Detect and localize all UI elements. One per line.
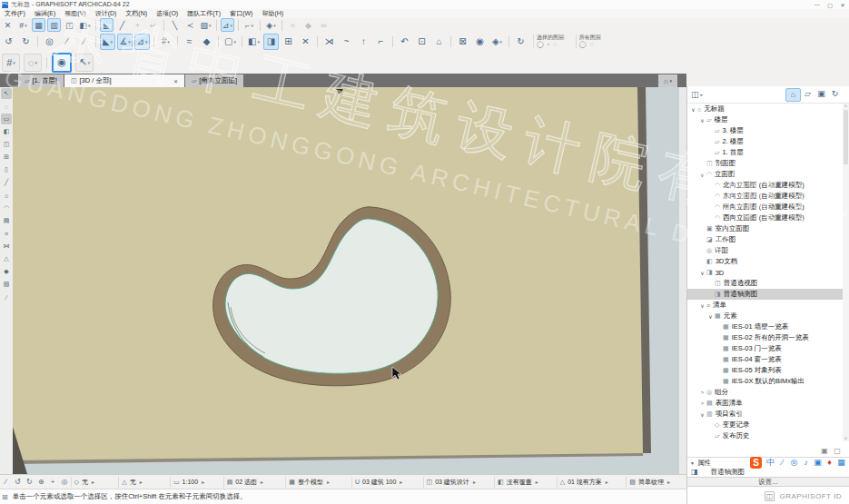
pane-icon[interactable]: ◫ <box>765 491 775 501</box>
syringe-icon[interactable]: ∕ <box>76 34 92 50</box>
tree-item-details[interactable]: ◎详图 <box>687 245 844 256</box>
canvas-vscrollbar[interactable] <box>679 87 686 474</box>
menu-help[interactable]: 帮助(H) <box>257 9 288 18</box>
scroll-thumb[interactable] <box>844 110 848 164</box>
reference-pick-icon[interactable]: ◆ <box>199 34 214 50</box>
tab-south-elevation[interactable]: ▱ [南向立面图] <box>185 74 243 87</box>
tree-item-story-3[interactable]: ▱3. 楼层 <box>687 125 844 136</box>
line-tool-icon[interactable]: ∕ <box>1 292 12 302</box>
mesh-tool-icon[interactable]: △ <box>1 253 12 264</box>
quick-option-zoom[interactable]: ◇无 <box>71 477 119 488</box>
guide-lines-icon[interactable]: ◣ <box>100 18 114 32</box>
ime-toolbox-icon[interactable]: ▦ <box>835 457 847 468</box>
intersect-icon[interactable]: ⌐ <box>373 34 389 50</box>
unlock-layer-icon[interactable]: ▫ <box>548 41 549 48</box>
menu-view[interactable]: 视图(V) <box>60 9 90 18</box>
new-pane-icon[interactable]: ▢ <box>831 445 844 456</box>
tree-item-root[interactable]: ∨⌂无标题 <box>687 104 844 114</box>
tree-item-schedule-windows[interactable]: ▦IES-04 窗一览表 <box>687 354 844 365</box>
snap-reference-icon[interactable]: ▨ <box>199 18 212 32</box>
menu-document[interactable]: 文档(N) <box>121 9 152 18</box>
tree-item-sections[interactable]: ◫剖面图 <box>687 158 844 169</box>
show-all-layers-icon[interactable]: ◌ <box>590 41 594 48</box>
wall-tool-icon[interactable]: ▭ <box>1 114 12 124</box>
snap-guides-icon[interactable]: ╱ <box>115 18 129 32</box>
cursor-snap-icon[interactable]: ⊿ <box>221 18 234 32</box>
snap-angle-icon[interactable]: ≺ <box>183 18 197 32</box>
ime-emoji-icon[interactable]: ◎ <box>788 457 800 468</box>
menu-options[interactable]: 选项(O) <box>152 9 183 18</box>
menu-design[interactable]: 设计(D) <box>91 9 122 18</box>
view-map-icon[interactable]: ▱ <box>801 88 814 100</box>
undo-icon[interactable]: ↺ <box>1 34 16 50</box>
relative-construction-icon[interactable]: ⌐ <box>242 18 256 32</box>
scroll-up-icon[interactable]: ˄ <box>843 104 849 109</box>
railing-tool-icon[interactable]: ⋈ <box>1 241 12 252</box>
ime-skin-icon[interactable]: ♦ <box>824 457 835 468</box>
quick-option-graphic-override[interactable]: ◧没有覆盖 <box>494 477 557 488</box>
tree-item-elev-east[interactable]: ◠东向立面图 (自动重建模型) <box>687 191 844 202</box>
tree-item-change-log[interactable]: ◇变更记录 <box>687 420 844 430</box>
close-button[interactable]: ✕ <box>836 2 849 8</box>
maximize-button[interactable]: ▢ <box>824 2 836 8</box>
door-tool-icon[interactable]: ◧ <box>1 126 12 137</box>
erase-icon[interactable]: ✕ <box>298 34 313 50</box>
reference-icon[interactable]: ◆ <box>301 18 315 32</box>
marquee-tool-icon[interactable]: ◌ <box>1 101 12 112</box>
quick-option-scale[interactable]: ▭1:100 <box>170 477 223 488</box>
publisher-icon[interactable]: ↻ <box>828 88 842 100</box>
tree-item-perspective[interactable]: ◫普通透视图 <box>687 278 844 289</box>
tree-item-elements[interactable]: ∨▦元素 <box>687 311 844 321</box>
suspend-groups-icon[interactable]: ▦ <box>32 18 45 32</box>
menu-window[interactable]: 窗口(W) <box>225 9 257 18</box>
tree-item-elev-south[interactable]: ◠南向立面图 (自动重建模型) <box>687 202 844 212</box>
tree-item-components[interactable]: >◎组分 <box>687 387 844 398</box>
sogou-logo-icon[interactable]: S <box>750 457 762 469</box>
ime-mode-icon[interactable]: 中 <box>765 457 776 468</box>
tree-item-story-1[interactable]: ▱1. 首层 <box>687 147 844 158</box>
home-story-icon[interactable]: ⌂ <box>431 34 447 50</box>
raise-icon[interactable]: ↑ <box>356 34 371 50</box>
project-chooser-icon[interactable]: ◫ <box>691 90 699 99</box>
curtain-wall-tool-icon[interactable]: ▤ <box>1 215 12 226</box>
zoom-in-icon[interactable]: ⊕ <box>35 477 47 488</box>
navigator-home-icon[interactable]: ⌂ <box>658 74 677 87</box>
column-tool-icon[interactable]: ⊞ <box>1 152 12 163</box>
pen-icon[interactable]: ∕ <box>0 477 12 488</box>
selection-options-icon[interactable]: ◈ <box>489 34 505 50</box>
beam-tool-icon[interactable]: ▯ <box>1 164 12 175</box>
tree-item-publish-history[interactable]: ▱发布历史 <box>687 430 844 441</box>
measure-icon[interactable]: ⊿ <box>134 34 150 50</box>
split-icon[interactable]: ⋊ <box>321 34 337 50</box>
quick-option-model-view[interactable]: U03 建筑 100 <box>351 477 423 488</box>
tree-scrollbar[interactable]: ˄ ˅ <box>843 104 849 441</box>
element-snap-icon[interactable]: ◈ <box>264 18 278 32</box>
tree-item-schedule-openings[interactable]: ▦IES-02 所有的开洞一览表 <box>687 332 844 343</box>
graphisoft-id-label[interactable]: GRAPHISOFT ID <box>779 492 842 500</box>
scroll-down-icon[interactable]: ˅ <box>843 436 849 441</box>
tab-close-icon[interactable]: ✕ <box>166 78 178 84</box>
roof-tool-icon[interactable]: ⌂ <box>1 190 12 201</box>
chevron-right-icon[interactable]: ▸ <box>701 92 704 97</box>
slab-tool-icon[interactable]: ╱ <box>1 177 12 188</box>
minimize-button[interactable]: — <box>811 2 824 8</box>
tree-item-3d[interactable]: ∨◨3D <box>687 267 844 278</box>
adjust-icon[interactable]: ~ <box>339 34 354 50</box>
grid-tool-icon[interactable]: # <box>2 54 20 72</box>
arrow-tool-icon[interactable]: ↖ <box>75 54 94 72</box>
quick-option-orientation[interactable]: △无 <box>118 477 170 488</box>
menu-teamwork[interactable]: 团队工作(T) <box>183 9 225 18</box>
delete-icon[interactable]: ✕ <box>1 18 15 32</box>
pick-up-parameters-icon[interactable]: ◎ <box>42 34 57 50</box>
inject-parameters-icon[interactable]: ∕ <box>59 34 74 50</box>
quick-option-renovation-filter[interactable]: △01 现有方案 <box>557 477 627 488</box>
guide-segment-icon[interactable]: ◣ <box>100 34 115 50</box>
modify-icon[interactable]: ⊞ <box>281 34 296 50</box>
solid-element-icon[interactable]: ◨ <box>263 34 279 50</box>
tree-item-schedule-bimx[interactable]: ▦IES-0X 默认的BIMx输出 <box>687 376 844 387</box>
tree-item-interior-elevations[interactable]: ▣室内立面图 <box>687 223 844 234</box>
ime-voice-icon[interactable]: ♪ <box>800 457 812 468</box>
tree-item-worksheets[interactable]: ◪工作图 <box>687 234 844 245</box>
forward-view-icon[interactable]: ↻ <box>24 477 35 488</box>
tree-item-schedule-objects[interactable]: ▦IES-05 对象列表 <box>687 365 844 376</box>
